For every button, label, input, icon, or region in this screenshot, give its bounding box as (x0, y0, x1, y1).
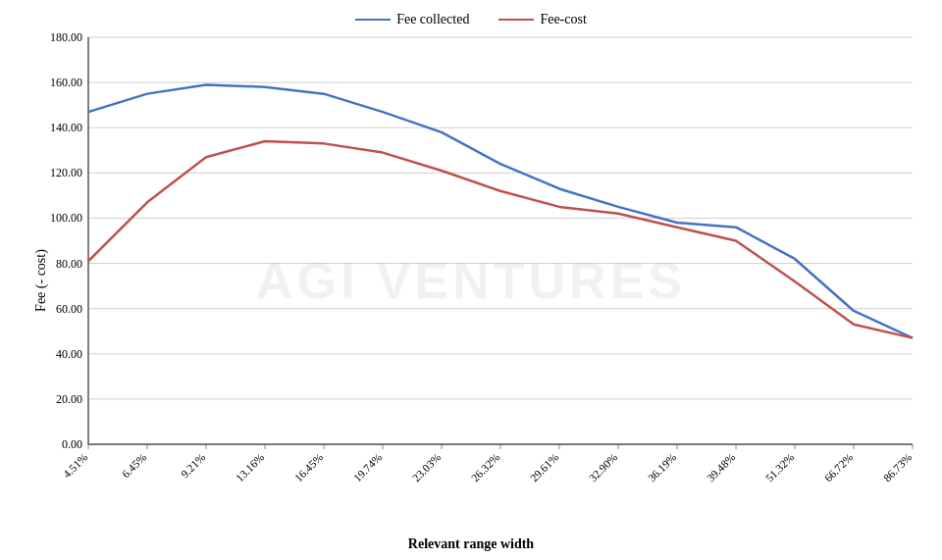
y-axis-label: Fee (- cost) (33, 249, 49, 312)
svg-text:32.90%: 32.90% (587, 451, 620, 484)
svg-text:16.45%: 16.45% (292, 451, 326, 484)
chart-container: Fee collected Fee-cost AGI VENTURES Fee … (0, 0, 942, 560)
legend-line-red (498, 19, 534, 22)
svg-text:100.00: 100.00 (50, 211, 82, 225)
svg-text:40.00: 40.00 (56, 347, 82, 361)
svg-text:4.51%: 4.51% (61, 451, 90, 481)
svg-text:20.00: 20.00 (56, 392, 82, 406)
svg-text:19.74%: 19.74% (351, 451, 385, 484)
legend-line-blue (355, 19, 391, 22)
svg-text:13.16%: 13.16% (234, 451, 267, 484)
legend: Fee collected Fee-cost (0, 0, 942, 27)
svg-text:180.00: 180.00 (50, 30, 82, 44)
x-axis-label: Relevant range width (408, 536, 534, 552)
svg-text:0.00: 0.00 (62, 437, 82, 451)
svg-text:86.73%: 86.73% (881, 451, 915, 484)
svg-text:60.00: 60.00 (56, 302, 82, 316)
legend-item-fee-cost: Fee-cost (498, 12, 586, 27)
svg-text:9.21%: 9.21% (179, 451, 208, 481)
svg-text:51.32%: 51.32% (763, 451, 797, 484)
svg-text:6.45%: 6.45% (120, 451, 149, 481)
legend-label-fee-cost: Fee-cost (540, 12, 586, 27)
svg-text:66.72%: 66.72% (822, 451, 856, 484)
legend-label-fee-collected: Fee collected (396, 12, 469, 27)
svg-text:120.00: 120.00 (50, 166, 82, 179)
svg-text:23.03%: 23.03% (410, 451, 444, 484)
svg-text:160.00: 160.00 (50, 76, 82, 89)
svg-text:29.61%: 29.61% (528, 451, 561, 484)
legend-item-fee-collected: Fee collected (355, 12, 469, 27)
svg-text:36.19%: 36.19% (646, 451, 679, 484)
svg-text:80.00: 80.00 (56, 257, 82, 271)
svg-text:39.48%: 39.48% (705, 451, 738, 484)
svg-text:140.00: 140.00 (50, 121, 82, 134)
chart-svg: 0.0020.0040.0060.0080.00100.00120.00140.… (29, 27, 932, 508)
svg-text:26.32%: 26.32% (469, 451, 502, 484)
